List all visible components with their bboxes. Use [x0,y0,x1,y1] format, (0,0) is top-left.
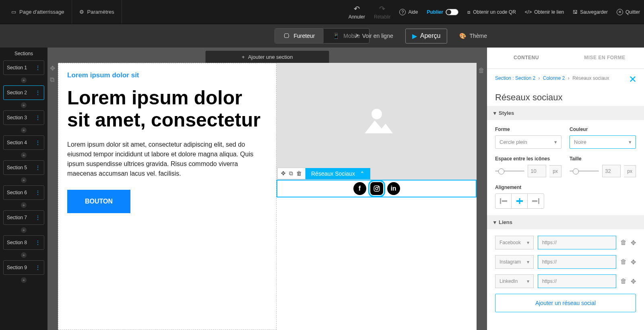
trash-icon[interactable]: 🗑 [296,170,302,177]
instagram-icon[interactable] [370,182,383,195]
headline-text[interactable]: Lorem ipsum dolor sit amet, consectetur [67,87,267,131]
caret-down-icon: ▾ [493,219,496,225]
align-right-button[interactable] [528,194,544,208]
code-icon: </> [525,9,532,15]
toggle-switch[interactable] [446,9,458,15]
link-url-input[interactable] [538,255,616,269]
canvas[interactable]: Lorem ipsum dolor sit Lorem ipsum dolor … [58,63,477,330]
drag-dots-icon[interactable]: ⋮ [35,92,41,93]
trash-icon[interactable]: 🗑 [620,258,627,266]
section-item-5[interactable]: Section 5⋮ [3,160,44,175]
page-icon: ▭ [11,9,16,15]
qr-button[interactable]: ⧈ Obtenir un code QR [467,9,516,15]
get-link-button[interactable]: </> Obtenir le lien [525,9,564,15]
add-section-small[interactable]: + [21,202,27,208]
duplicate-icon[interactable]: ⧉ [289,170,293,177]
spacing-slider[interactable] [495,170,524,172]
add-section-small[interactable]: + [21,277,27,283]
section-item-6[interactable]: Section 6⋮ [3,185,44,200]
add-section-small[interactable]: + [21,227,27,233]
preview-button[interactable]: ▶ Aperçu [405,29,448,44]
trash-icon[interactable]: 🗑 [620,278,627,285]
image-placeholder[interactable] [277,63,477,180]
tab-content[interactable]: CONTENU [487,48,566,68]
drag-dots-icon[interactable]: ⋮ [35,67,41,68]
section-item-2[interactable]: Section 2⋮ [3,85,44,100]
links-accordion-head[interactable]: ▾ Liens [487,215,644,229]
color-select[interactable]: Noire ▾ [570,135,636,149]
section-item-8[interactable]: Section 8⋮ [3,235,44,250]
drag-dots-icon[interactable]: ⋮ [35,117,41,118]
save-icon: 🖫 [573,9,578,15]
landing-page-tab[interactable]: ▭ Page d'atterrissage [4,0,72,24]
add-section-small[interactable]: + [21,252,27,258]
body-text[interactable]: Lorem ipsum dolor sit amet, consectetur … [67,140,267,178]
social-block-label[interactable]: Réseaux Sociaux ⌃ [305,168,370,179]
add-section-small[interactable]: + [21,77,27,83]
section-item-4[interactable]: Section 4⋮ [3,135,44,150]
canvas-wrap: + Ajouter une section ✥ ⧉ 🗑 Lorem ipsum … [47,48,487,330]
drag-dots-icon[interactable]: ⋮ [35,242,41,243]
drag-dots-icon[interactable]: ⋮ [35,267,41,268]
duplicate-icon[interactable]: ⧉ [50,76,55,83]
shape-select[interactable]: Cercle plein ▾ [495,135,561,149]
size-slider[interactable] [570,170,599,172]
add-section-small[interactable]: + [21,177,27,183]
add-section-small[interactable]: + [21,127,27,133]
breadcrumb-item: Réseaux sociaux [572,75,609,81]
drag-dots-icon[interactable]: ⋮ [35,167,41,168]
column-right[interactable]: ✥ ⧉ 🗑 Réseaux Sociaux ⌃ f in [277,63,477,330]
help-button[interactable]: ? Aide [399,9,418,15]
breadcrumb-section[interactable]: Section : Section 2 [495,75,535,81]
save-button[interactable]: 🖫 Sauvegarder [573,9,608,15]
move-icon[interactable]: ✥ [631,258,636,266]
view-online-button[interactable]: ↗ Voir en ligne [354,33,393,39]
styles-accordion-head[interactable]: ▾ Styles [487,106,644,120]
eyebrow-text[interactable]: Lorem ipsum dolor sit [67,71,267,79]
browser-device-button[interactable]: 🖵 Fureteur [275,29,324,43]
align-center-button[interactable] [512,194,528,208]
add-section-small[interactable]: + [21,152,27,158]
section-label: Section 3 [7,115,27,120]
link-network-select[interactable]: Facebook▾ [495,236,534,249]
link-network-select[interactable]: LinkedIn▾ [495,274,534,288]
facebook-icon[interactable]: f [353,182,366,195]
section-item-3[interactable]: Section 3⋮ [3,110,44,125]
link-url-input[interactable] [538,274,616,288]
drag-dots-icon[interactable]: ⋮ [35,142,41,143]
size-input[interactable] [602,165,621,177]
cta-button[interactable]: BOUTON [67,190,130,213]
properties-panel: CONTENU MISE EN FORME ✕ Section : Sectio… [487,48,644,330]
drag-dots-icon[interactable]: ⋮ [35,217,41,218]
close-panel-button[interactable]: ✕ [629,74,637,85]
theme-button[interactable]: 🎨 Thème [459,33,487,39]
quit-button[interactable]: ✕ Quitter [617,9,640,15]
section-item-7[interactable]: Section 7⋮ [3,210,44,225]
breadcrumb-column[interactable]: Colonne 2 [543,75,565,81]
undo-button[interactable]: ↶ Annuler [349,4,365,20]
move-icon[interactable]: ✥ [281,170,286,177]
delete-section-button[interactable]: 🗑 [478,67,485,74]
add-section-small[interactable]: + [21,102,27,108]
link-url-input[interactable] [538,236,616,249]
move-icon[interactable]: ✥ [631,239,636,247]
social-block[interactable]: ✥ ⧉ 🗑 Réseaux Sociaux ⌃ f in [277,180,477,197]
redo-button[interactable]: ↷ Rétablir [374,4,390,20]
add-social-button[interactable]: Ajouter un réseau social [495,294,636,312]
link-network-select[interactable]: Instagram▾ [495,255,534,269]
column-left[interactable]: Lorem ipsum dolor sit Lorem ipsum dolor … [58,63,277,330]
spacing-input[interactable] [528,165,546,177]
add-section-button[interactable]: + Ajouter une section [206,51,329,63]
section-item-9[interactable]: Section 9⋮ [3,260,44,275]
chevron-down-icon: ▾ [629,139,632,145]
move-icon[interactable]: ✥ [631,278,636,285]
trash-icon[interactable]: 🗑 [620,239,627,247]
move-icon[interactable]: ✥ [50,64,55,72]
drag-dots-icon[interactable]: ⋮ [35,192,41,193]
settings-tab[interactable]: ⚙ Paramètres [72,0,122,24]
tab-format[interactable]: MISE EN FORME [566,48,644,68]
align-left-button[interactable] [495,194,512,208]
section-item-1[interactable]: Section 1⋮ [3,60,44,75]
publish-toggle[interactable]: Publier [427,9,458,15]
linkedin-icon[interactable]: in [387,182,400,195]
